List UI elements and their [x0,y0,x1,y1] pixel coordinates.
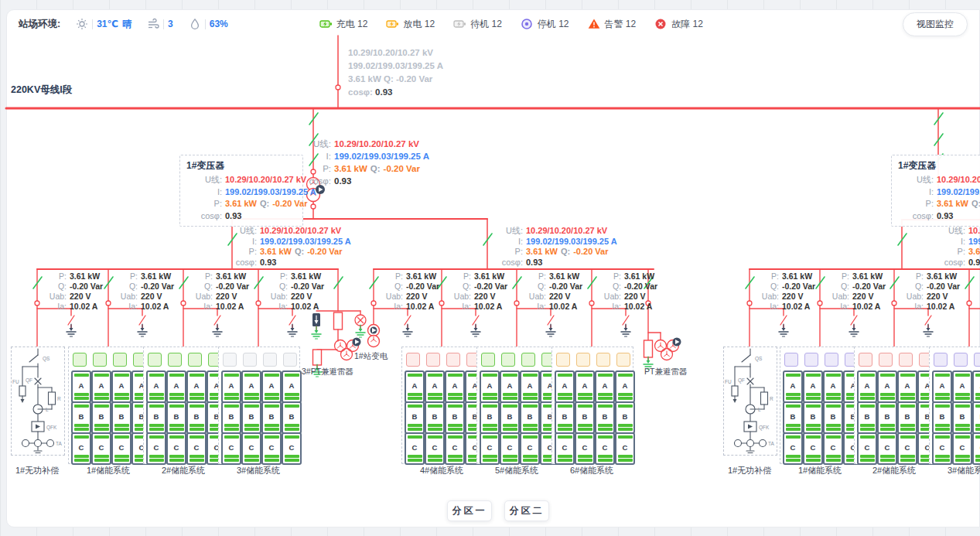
svg-text:L: L [46,407,49,412]
feeder-measure-group: P:3.61 kWQ:-0.20 VarUab:220 VIa:10.02 A [113,271,174,312]
battery-row-letter: A [826,379,841,391]
measure-value: 199.02/199.03/199.25 A [334,150,429,162]
battery-row-letter: C [786,441,801,453]
battery-cluster-cell: B [520,401,540,434]
measure-value: -0.20 Var [549,282,582,292]
storage-system-box[interactable]: AAAABBBBCCCC [218,347,300,464]
measure-value: 3.61 kW [291,271,324,282]
battery-row-letter: B [975,410,980,422]
measure-value: -0.20 Var [70,282,103,292]
pcs-status-square [168,353,182,367]
legend-item-standby[interactable]: 待机 12 [453,18,502,31]
measure-label: Uab: [825,292,849,302]
storage-system-box[interactable]: AAAABBBBCCCC [143,347,225,464]
battery-row-letter: A [900,379,915,391]
battery-cluster-cell: B [952,401,972,434]
battery-cluster-cell: B [111,401,131,434]
storage-system-box[interactable]: AAAABBBBCCCC [476,347,558,464]
cross-icon [654,18,668,30]
battery-row-letter: B [169,410,184,422]
measure-value: 10.29/10.20/10.27 kV [334,138,429,150]
battery-cluster-cell: B [480,401,500,434]
measure-label: cosφ: [473,258,523,268]
pcs-status-square [825,353,838,367]
svc-device-box[interactable]: QSQFRFULQFKTA [11,347,65,456]
measure-label: P: [473,247,523,258]
battery-cluster-cell: C [783,432,803,465]
feeder-measure-group: P:3.61 kWQ:-0.20 VarUab:220 VIa:10.02 A [754,271,815,312]
storage-system-box[interactable]: AAAABBBBCCCC [401,347,483,464]
battery-cluster-cell: B [241,401,261,434]
battery-row-letter: B [826,410,841,422]
legend-item-discharging[interactable]: 放电 12 [386,18,435,31]
measure-label: P: [446,271,471,282]
battery-row-letter: A [428,379,442,391]
battery-row-letter: C [190,441,204,453]
battery-row-letter: C [244,441,259,453]
legend-label: 告警 12 [605,18,637,31]
battery-cluster-cell: C [803,432,823,465]
incoming-measurements: 10.29/10.20/10.27 kV199.02/199.03/199.25… [348,46,443,99]
storage-system-box[interactable]: AAAABBBBCCCC [854,347,936,464]
battery-cluster-cell: A [241,370,261,403]
svc-device-box[interactable]: QSQFRFULQFKTA [723,347,777,456]
battery-cluster-cell: C [146,432,166,465]
svg-text:R: R [770,396,773,401]
battery-cluster-cell: A [595,370,615,403]
battery-cluster-cell: B [500,401,520,434]
measure-value: 10.02 A [474,302,507,312]
legend-item-charging[interactable]: 充电 12 [319,18,368,31]
zone-button-2[interactable]: 分区二 [504,500,549,521]
battery-cluster-cell: C [500,432,520,465]
battery-row-letter: B [786,410,801,422]
zone-button-1[interactable]: 分区一 [447,500,492,521]
battery-row-letter: A [190,379,204,391]
measure-value: 10.29/10.20/10.27 kV [260,226,351,237]
pcs-status-square [576,353,590,367]
legend-item-stopped[interactable]: 停机 12 [521,18,569,31]
humidity-icon [189,18,201,30]
battery-row-letter: A [618,379,633,391]
feeder-measure-group: P:3.61 kWQ:-0.20 VarUab:220 VIa:10.02 A [899,271,960,312]
battery-cluster-cell: C [952,432,972,465]
battery-cluster-cell: B [71,401,91,434]
battery-row-letter: C [149,441,164,453]
system-name-label: 3#储能系统 [212,465,305,476]
battery-cluster-cell: B [221,401,241,434]
battery-row-letter: A [74,379,89,391]
pcs-status-square [481,353,495,367]
battery-row-letter: C [860,441,875,453]
wind-icon [147,18,159,30]
battery-row-letter: C [900,441,915,453]
battery-row-letter: C [598,441,613,453]
storage-system-box[interactable]: AAAABBBBCCCC [929,347,980,464]
measure-label: Uab: [378,292,403,302]
measure-label: Uab: [263,292,288,302]
battery-row-letter: B [224,410,239,422]
storage-system-box[interactable]: AAAABBBBCCCC [780,347,862,464]
measure-value: 3.61 kW [549,271,582,282]
battery-cluster-cell: C [186,432,207,465]
view-monitor-button[interactable]: 视图监控 [903,12,968,36]
measure-label: Uab: [188,292,213,302]
legend-item-alarm[interactable]: 告警 12 [588,18,637,31]
battery-cluster-cell: A [186,370,207,403]
storage-system-box[interactable]: AAAABBBBCCCC [551,347,633,464]
pcs-status-square [859,353,872,367]
measure-value: -0.20 Var [624,282,657,292]
pcs-status-square [426,353,440,367]
svg-text:QS: QS [43,356,50,362]
battery-cluster-cell: A [261,370,282,403]
battery-cluster-cell: A [282,370,302,403]
storage-system-box[interactable]: AAAABBBBCCCC [68,347,150,464]
battery-icon [453,18,466,30]
battery-row-letter: B [503,410,517,422]
battery-row-letter: A [598,379,613,391]
transformer-info-box: 1#变压器U线:10.29/10.20/10.27 kVI:199.02/199… [179,155,303,227]
wind-value: 3 [168,19,173,29]
pcs-status-square [521,353,535,367]
svc-circuit: QSQFRFULQFKTA [724,347,777,455]
pcs-status-square [73,353,87,367]
measure-value: 199.02/199.03/199.25 A [968,237,980,248]
legend-item-fault[interactable]: 故障 12 [654,18,703,31]
